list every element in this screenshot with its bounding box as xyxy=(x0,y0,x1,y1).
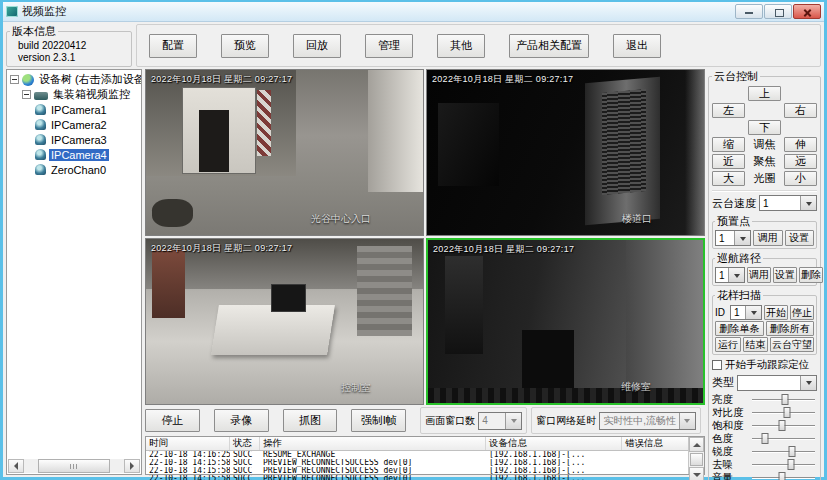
exit-button[interactable]: 退出 xyxy=(613,34,661,58)
scrollbar-thumb[interactable] xyxy=(38,459,110,473)
tree-item-ipcamera3[interactable]: IPCamera3 xyxy=(35,132,141,147)
config-button[interactable]: 配置 xyxy=(149,34,197,58)
stop-button[interactable]: 停止 xyxy=(145,409,200,432)
sharpness-slider-row: 锐度 xyxy=(712,445,817,458)
cruise-call-button[interactable]: 调用 xyxy=(747,267,771,283)
video-cell-2[interactable]: 2022年10月18日 星期二 09:27:17 楼道口 xyxy=(426,69,705,236)
camera-icon xyxy=(35,149,46,160)
cruise-set-button[interactable]: 设置 xyxy=(773,267,797,283)
preset-call-button[interactable]: 调用 xyxy=(753,230,783,246)
slider-thumb[interactable] xyxy=(781,394,788,405)
ptz-speed-combobox[interactable]: 1 xyxy=(759,195,817,211)
iris-open-button[interactable]: 大 xyxy=(712,171,745,186)
pattern-id-combobox[interactable]: 1 xyxy=(730,305,762,320)
pattern-end-button[interactable]: 结束 xyxy=(743,337,769,352)
pattern-delete-one-button[interactable]: 删除单条 xyxy=(715,321,764,336)
device-tree-panel[interactable]: 设备树 (右击添加设备 集装箱视频监控 IPCamera1 IPCamera2 … xyxy=(6,69,142,475)
latency-combobox[interactable]: 实时性中,流畅性 xyxy=(599,412,696,430)
column-header-operation[interactable]: 操作 xyxy=(260,437,486,450)
record-button[interactable]: 录像 xyxy=(214,409,269,432)
slider-thumb[interactable] xyxy=(788,459,795,470)
collapse-expander-icon[interactable] xyxy=(22,90,31,99)
type-combobox[interactable] xyxy=(737,375,817,391)
tree-item-zerochan0[interactable]: ZeroChan0 xyxy=(35,162,141,177)
cruise-combobox[interactable]: 1 xyxy=(715,267,745,283)
focus-near-button[interactable]: 近 xyxy=(712,154,745,169)
ptz-left-button[interactable]: 左 xyxy=(712,103,745,118)
tree-item-ipcamera4-selected[interactable]: IPCamera4 xyxy=(35,147,141,162)
log-cell-error xyxy=(622,459,688,467)
scrollbar-thumb[interactable] xyxy=(690,453,703,466)
volume-slider[interactable] xyxy=(752,471,815,480)
playback-button[interactable]: 回放 xyxy=(293,34,341,58)
iris-close-button[interactable]: 小 xyxy=(784,171,817,186)
slider-label: 饱和度 xyxy=(712,419,752,433)
tree-item-ipcamera2[interactable]: IPCamera2 xyxy=(35,117,141,132)
pattern-stop-button[interactable]: 停止 xyxy=(790,305,814,320)
ptz-up-button[interactable]: 上 xyxy=(748,86,781,101)
preset-combobox[interactable]: 1 xyxy=(715,230,751,246)
ptz-down-button[interactable]: 下 xyxy=(748,120,781,135)
product-config-button[interactable]: 产品相关配置 xyxy=(509,34,589,58)
force-iframe-button[interactable]: 强制I帧 xyxy=(351,409,406,432)
tree-root-item[interactable]: 设备树 (右击添加设备 xyxy=(9,72,141,87)
titlebar[interactable]: 视频监控 xyxy=(3,2,824,22)
preset-group-title: 预置点 xyxy=(715,214,752,229)
ptz-right-button[interactable]: 右 xyxy=(784,103,817,118)
cruise-delete-button[interactable]: 删除 xyxy=(799,267,823,283)
preset-set-button[interactable]: 设置 xyxy=(785,230,815,246)
preset-value: 1 xyxy=(716,233,734,244)
contrast-slider[interactable] xyxy=(752,406,815,419)
tree-horizontal-scrollbar[interactable] xyxy=(8,459,140,473)
slider-thumb[interactable] xyxy=(783,407,790,418)
scroll-left-icon[interactable] xyxy=(8,459,24,473)
pattern-run-button[interactable]: 运行 xyxy=(715,337,741,352)
focus-far-button[interactable]: 远 xyxy=(784,154,817,169)
video-cell-1[interactable]: 2022年10月18日 星期二 09:27:17 光谷中心入口 xyxy=(145,69,424,236)
manage-button[interactable]: 管理 xyxy=(365,34,413,58)
log-cell-operation: PREVIEW_RECONNECTSUCCESS dev[0] xyxy=(260,475,486,480)
scroll-down-icon[interactable] xyxy=(689,467,704,480)
other-button[interactable]: 其他 xyxy=(437,34,485,58)
hue-slider[interactable] xyxy=(752,432,815,445)
log-table-header[interactable]: 时间 状态 操作 设备信息 错误信息 xyxy=(146,437,688,451)
divider xyxy=(712,190,817,191)
preview-button[interactable]: 预览 xyxy=(221,34,269,58)
zoom-out-button[interactable]: 缩 xyxy=(712,137,745,152)
minimize-button[interactable] xyxy=(735,4,763,19)
minimize-icon xyxy=(745,12,753,14)
log-vertical-scrollbar[interactable] xyxy=(688,437,704,474)
log-row[interactable]: 22-10-18 14:16:25 SUCC RESUME_EXCHANGE [… xyxy=(146,451,688,459)
saturation-slider[interactable] xyxy=(752,419,815,432)
pattern-delete-all-button[interactable]: 删除所有 xyxy=(766,321,815,336)
video-cell-4-selected[interactable]: 2022年10月18日 星期二 09:27:17 维修室 xyxy=(426,238,705,405)
log-row[interactable]: 22-10-18 14:15:58 SUCC PREVIEW_RECONNECT… xyxy=(146,459,688,467)
close-button[interactable] xyxy=(793,4,821,19)
pattern-start-button[interactable]: 开始 xyxy=(764,305,788,320)
zoom-in-button[interactable]: 伸 xyxy=(784,137,817,152)
slider-thumb[interactable] xyxy=(779,420,786,431)
brightness-slider[interactable] xyxy=(752,393,815,406)
sharpness-slider[interactable] xyxy=(752,445,815,458)
manual-track-checkbox[interactable] xyxy=(712,360,722,370)
snapshot-button[interactable]: 抓图 xyxy=(283,409,338,432)
log-row[interactable]: 22-10-18 14:15:58 SUCC PREVIEW_RECONNECT… xyxy=(146,475,688,480)
column-header-status[interactable]: 状态 xyxy=(230,437,260,450)
slider-thumb[interactable] xyxy=(778,472,785,480)
column-header-error[interactable]: 错误信息 xyxy=(622,437,688,450)
slider-thumb[interactable] xyxy=(788,446,795,457)
tree-group-item[interactable]: 集装箱视频监控 xyxy=(21,87,141,102)
scroll-up-icon[interactable] xyxy=(689,437,704,452)
window-count-combobox[interactable]: 4 xyxy=(478,412,522,430)
slider-thumb[interactable] xyxy=(761,433,768,444)
ptz-guard-button[interactable]: 云台守望 xyxy=(770,337,814,352)
column-header-device[interactable]: 设备信息 xyxy=(486,437,622,450)
video-cell-3[interactable]: 2022年10月18日 星期二 09:27:17 控制室 xyxy=(145,238,424,405)
scroll-right-icon[interactable] xyxy=(124,459,140,473)
tree-item-ipcamera1[interactable]: IPCamera1 xyxy=(35,102,141,117)
collapse-expander-icon[interactable] xyxy=(10,75,19,84)
column-header-time[interactable]: 时间 xyxy=(146,437,230,450)
log-row[interactable]: 22-10-18 14:15:58 SUCC PREVIEW_RECONNECT… xyxy=(146,467,688,475)
maximize-button[interactable] xyxy=(764,4,792,19)
denoise-slider[interactable] xyxy=(752,458,815,471)
